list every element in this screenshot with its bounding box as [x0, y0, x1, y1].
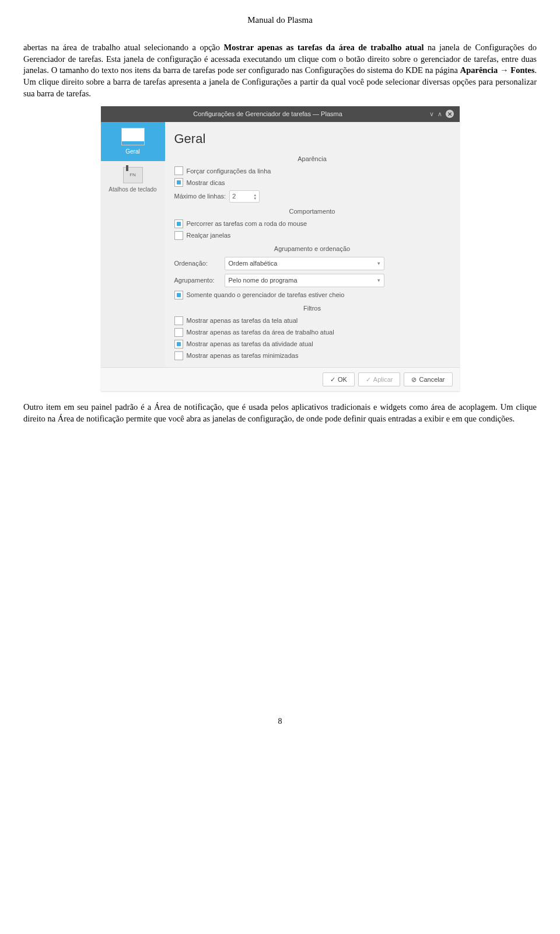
group-row: Agrupamento: Pelo nome do programa ▾: [174, 274, 450, 287]
sort-row: Ordenação: Ordem alfabética ▾: [174, 257, 450, 270]
checkbox-only-when-full[interactable]: Somente quando o gerenciador de tarefas …: [174, 291, 450, 299]
checkbox-label: Mostrar apenas as tarefas da área de tra…: [187, 328, 334, 337]
doc-title: Manual do Plasma: [23, 14, 537, 26]
para1-d: Aparência: [460, 65, 498, 75]
checkbox-icon: [174, 340, 183, 348]
maximize-icon[interactable]: ∧: [438, 110, 442, 119]
minimize-icon[interactable]: ∨: [429, 110, 434, 119]
checkbox-icon: [174, 316, 183, 325]
checkbox-force-line[interactable]: Forçar configurações da linha: [174, 166, 450, 175]
sort-select[interactable]: Ordem alfabética ▾: [225, 257, 384, 270]
section-filters: Filtros: [174, 304, 450, 313]
chevron-down-icon: ▾: [377, 260, 380, 267]
dialog-titlebar: Configurações de Gerenciador de tarefas …: [101, 106, 460, 122]
button-label: Aplicar: [373, 375, 393, 384]
group-label: Agrupamento:: [174, 276, 221, 285]
checkbox-label: Mostrar apenas as tarefas da tela atual: [187, 316, 298, 325]
spinner-value: 2: [232, 192, 236, 201]
checkbox-label: Realçar janelas: [187, 231, 231, 240]
checkbox-icon: [174, 219, 183, 228]
page-number: 8: [23, 716, 537, 727]
checkbox-tooltips[interactable]: Mostrar dicas: [174, 178, 450, 187]
checkbox-icon: [174, 291, 183, 299]
checkbox-label: Somente quando o gerenciador de tarefas …: [187, 291, 345, 299]
settings-main-panel: Geral Aparência Forçar configurações da …: [165, 122, 460, 367]
chevron-down-icon: ▾: [377, 277, 380, 284]
cancel-icon: ⊘: [411, 375, 416, 384]
select-value: Pelo nome do programa: [229, 276, 298, 285]
checkbox-icon: [174, 178, 183, 187]
checkbox-icon: [174, 351, 183, 360]
checkbox-wheel[interactable]: Percorrer as tarefas com a roda do mouse: [174, 219, 450, 228]
checkbox-filter-activity[interactable]: Mostrar apenas as tarefas da atividade a…: [174, 340, 450, 348]
checkbox-highlight[interactable]: Realçar janelas: [174, 231, 450, 240]
checkbox-label: Forçar configurações da linha: [187, 167, 271, 176]
para1-f: Fontes: [510, 65, 534, 75]
para1-a: abertas na área de trabalho atual seleci…: [23, 43, 224, 52]
checkbox-icon: [174, 166, 183, 175]
checkbox-filter-minimized[interactable]: Mostrar apenas as tarefas minimizadas: [174, 351, 450, 360]
max-lines-spinner[interactable]: 2 ▲▼: [229, 190, 260, 203]
spinner-arrows-icon: ▲▼: [253, 193, 257, 200]
settings-dialog: Configurações de Gerenciador de tarefas …: [101, 106, 460, 391]
checkbox-icon: [174, 231, 183, 240]
fn-label: FN: [130, 172, 136, 179]
apply-button[interactable]: ✓ Aplicar: [358, 372, 401, 387]
sidebar-item-label: Atalhos de teclado: [108, 186, 156, 193]
keyboard-icon: FN: [123, 167, 143, 183]
dialog-title: Configurações de Gerenciador de tarefas …: [107, 110, 429, 119]
section-grouping: Agrupamento e ordenação: [174, 245, 450, 253]
sidebar-item-general[interactable]: Geral: [101, 122, 165, 162]
para1-e: →: [498, 65, 510, 75]
para1-b: Mostrar apenas as tarefas da área de tra…: [224, 43, 424, 52]
select-value: Ordem alfabética: [229, 259, 278, 268]
check-icon: ✓: [366, 375, 371, 384]
settings-sidebar: Geral FN Atalhos de teclado: [101, 122, 165, 367]
max-lines-row: Máximo de linhas: 2 ▲▼: [174, 190, 450, 203]
group-select[interactable]: Pelo nome do programa ▾: [225, 274, 384, 287]
checkbox-label: Mostrar dicas: [187, 179, 225, 187]
checkbox-label: Mostrar apenas as tarefas da atividade a…: [187, 340, 313, 348]
sort-label: Ordenação:: [174, 259, 221, 268]
checkbox-label: Percorrer as tarefas com a roda do mouse: [187, 219, 307, 228]
max-lines-label: Máximo de linhas:: [174, 192, 226, 201]
ok-button[interactable]: ✓ OK: [323, 372, 355, 387]
cancel-button[interactable]: ⊘ Cancelar: [404, 372, 452, 387]
checkbox-filter-desktop[interactable]: Mostrar apenas as tarefas da área de tra…: [174, 328, 450, 337]
checkbox-label: Mostrar apenas as tarefas minimizadas: [187, 351, 299, 360]
sidebar-item-label: Geral: [125, 148, 139, 155]
paragraph-2: Outro item em seu painel padrão é a Área…: [23, 402, 537, 424]
screenshot-figure: Configurações de Gerenciador de tarefas …: [23, 106, 537, 391]
checkbox-icon: [174, 328, 183, 337]
section-behavior: Comportamento: [174, 207, 450, 216]
dialog-footer: ✓ OK ✓ Aplicar ⊘ Cancelar: [101, 367, 460, 392]
sidebar-item-shortcuts[interactable]: FN Atalhos de teclado: [101, 161, 165, 200]
paragraph-1: abertas na área de trabalho atual seleci…: [23, 42, 537, 99]
close-icon[interactable]: ✕: [446, 110, 454, 118]
check-icon: ✓: [330, 375, 335, 384]
section-appearance: Aparência: [174, 155, 450, 163]
button-label: Cancelar: [419, 375, 444, 384]
checkbox-filter-screen[interactable]: Mostrar apenas as tarefas da tela atual: [174, 316, 450, 325]
button-label: OK: [338, 375, 347, 384]
panel-title: Geral: [174, 130, 450, 148]
general-icon: [121, 128, 145, 145]
